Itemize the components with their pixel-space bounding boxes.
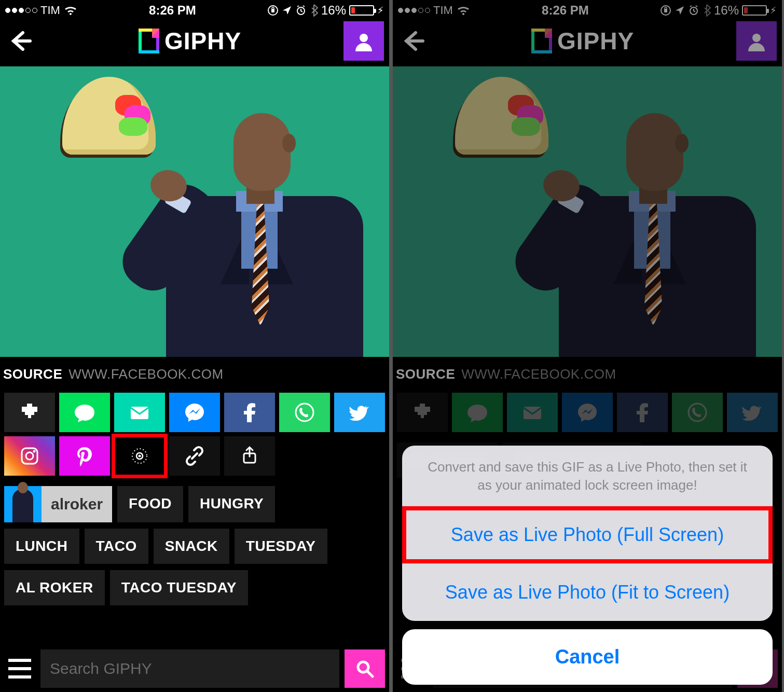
author-avatar-icon	[4, 486, 42, 522]
phone-left: TIM 8:26 PM 16% ⚡︎ GIPHY	[0, 0, 389, 692]
giphy-logo[interactable]: GIPHY	[139, 27, 241, 55]
tag-chip[interactable]: SNACK	[154, 529, 229, 564]
phone-right: TIM 8:26 PM 16% ⚡︎	[393, 0, 782, 692]
share-messenger-button[interactable]	[169, 393, 220, 432]
svg-point-5	[296, 404, 313, 421]
actionsheet-cancel[interactable]: Cancel	[402, 629, 773, 685]
bottom-bar	[0, 645, 389, 692]
rotation-lock-icon	[267, 5, 279, 16]
tag-chip[interactable]: TACO TUESDAY	[110, 570, 248, 605]
search-wrap	[40, 649, 339, 688]
svg-point-7	[26, 452, 33, 460]
tag-chip[interactable]: AL ROKER	[4, 570, 105, 605]
bluetooth-icon	[310, 4, 318, 17]
carrier-label: TIM	[40, 4, 60, 17]
location-icon	[282, 5, 292, 16]
actionsheet-message: Convert and save this GIF as a Live Phot…	[402, 446, 773, 506]
author-chip[interactable]: alroker	[4, 486, 112, 522]
share-copylink-button[interactable]	[169, 436, 220, 476]
svg-rect-4	[131, 407, 148, 419]
source-link[interactable]: WWW.FACEBOOK.COM	[68, 366, 223, 382]
favorite-button[interactable]	[4, 393, 55, 432]
back-button[interactable]	[5, 25, 36, 57]
tag-chip[interactable]: HUNGRY	[188, 486, 275, 522]
share-sms-button[interactable]	[59, 393, 110, 432]
alarm-icon	[295, 5, 307, 16]
search-button[interactable]	[345, 649, 385, 688]
tag-chip[interactable]: TUESDAY	[235, 529, 327, 564]
share-twitter-button[interactable]	[334, 393, 385, 432]
battery-percent-label: 16%	[321, 3, 346, 18]
actionsheet-option-fit[interactable]: Save as Live Photo (Fit to Screen)	[402, 564, 773, 621]
nav-bar: GIPHY	[0, 21, 389, 66]
source-row: SOURCE WWW.FACEBOOK.COM	[0, 357, 389, 393]
share-whatsapp-button[interactable]	[279, 393, 330, 432]
source-label: SOURCE	[3, 366, 62, 382]
tag-chip[interactable]: LUNCH	[4, 529, 79, 564]
share-facebook-button[interactable]	[224, 393, 275, 432]
wifi-icon	[63, 5, 78, 16]
tag-chip[interactable]: FOOD	[117, 486, 183, 522]
taco-graphic	[62, 77, 156, 155]
actionsheet-option-fullscreen[interactable]: Save as Live Photo (Full Screen)	[402, 506, 773, 564]
svg-rect-1	[271, 9, 274, 12]
search-input[interactable]	[40, 660, 339, 677]
svg-point-3	[360, 34, 368, 42]
share-livephoto-button[interactable]	[114, 436, 165, 476]
profile-button[interactable]	[343, 21, 384, 61]
gif-preview[interactable]	[0, 66, 389, 357]
clock-label: 8:26 PM	[149, 3, 196, 18]
battery-icon	[349, 5, 374, 16]
giphy-logo-text: GIPHY	[164, 27, 241, 55]
tags-area: alroker FOOD HUNGRY LUNCH TACO SNACK TUE…	[0, 480, 389, 612]
share-grid	[0, 393, 389, 480]
giphy-logo-icon	[139, 29, 159, 53]
action-sheet: Convert and save this GIF as a Live Phot…	[402, 446, 773, 685]
tag-chip[interactable]: TACO	[85, 529, 148, 564]
menu-button[interactable]	[4, 653, 35, 684]
share-more-button[interactable]	[224, 436, 275, 476]
share-mail-button[interactable]	[114, 393, 165, 432]
person-graphic	[145, 87, 368, 357]
status-bar: TIM 8:26 PM 16% ⚡︎	[0, 0, 389, 21]
share-instagram-button[interactable]	[4, 436, 55, 476]
share-pinterest-button[interactable]	[59, 436, 110, 476]
svg-point-10	[139, 455, 141, 458]
author-name: alroker	[42, 495, 112, 513]
signal-dots-icon	[5, 8, 37, 13]
svg-point-8	[33, 450, 36, 453]
charging-icon: ⚡︎	[377, 5, 384, 16]
